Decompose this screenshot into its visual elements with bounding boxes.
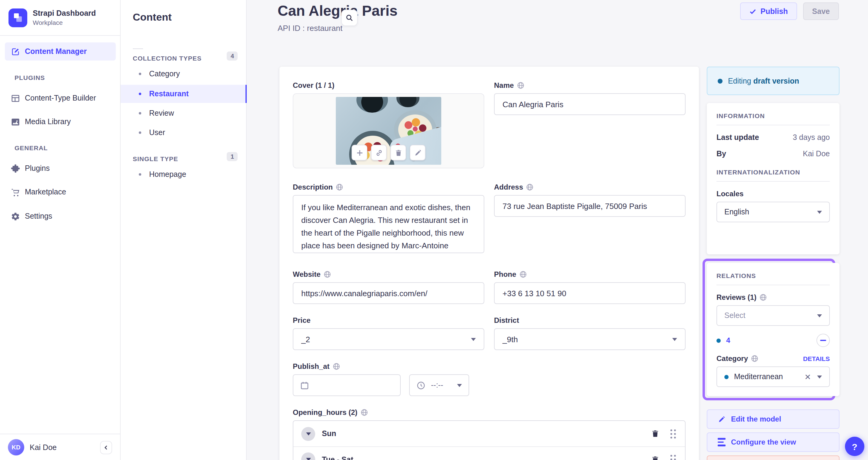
sidebar-item-label: Settings xyxy=(25,212,52,221)
globe-icon xyxy=(519,271,526,278)
sidebar-item-content-type-builder[interactable]: Content-Type Builder xyxy=(5,89,116,108)
subnav-title: Content xyxy=(133,11,172,24)
subnav-item-restaurant[interactable]: Restaurant xyxy=(121,85,247,103)
price-select[interactable]: _2 xyxy=(293,328,484,350)
category-header: Category DETAILS xyxy=(716,354,830,363)
chevron-down-icon xyxy=(306,458,311,460)
by-row: By Kai Doe xyxy=(716,150,830,158)
phone-input[interactable] xyxy=(494,282,686,304)
publish-at-time-input[interactable]: --:-- xyxy=(409,374,469,396)
cover-field[interactable] xyxy=(293,93,484,168)
subnav-item-homepage[interactable]: Homepage xyxy=(121,165,247,184)
details-link[interactable]: DETAILS xyxy=(803,355,830,362)
sidebar-item-label: Media Library xyxy=(25,118,71,126)
category-select[interactable]: Mediterranean ✕ xyxy=(716,366,830,387)
opening-hours-repeatable: Sun Tue - Sat xyxy=(293,420,686,460)
drag-handle-icon[interactable] xyxy=(671,429,672,431)
relation-link[interactable]: 4 xyxy=(726,336,730,344)
divider xyxy=(716,285,830,285)
minus-icon xyxy=(820,340,826,341)
cart-icon xyxy=(11,188,20,197)
sidebar-item-media-library[interactable]: Media Library xyxy=(5,112,116,131)
reviews-select[interactable]: Select xyxy=(716,305,830,326)
avatar[interactable]: KD xyxy=(8,439,24,456)
main-content: Can Alegria Paris API ID : restaurant Pu… xyxy=(247,0,868,460)
publish-at-date-input[interactable] xyxy=(293,374,401,396)
bullet-icon xyxy=(139,73,141,75)
edit-asset-button[interactable] xyxy=(410,145,426,161)
locale-select[interactable]: English xyxy=(716,202,830,222)
trash-icon xyxy=(394,149,402,157)
search-button[interactable] xyxy=(341,10,358,26)
nav-section-plugins: PLUGINS xyxy=(14,74,45,81)
sidebar-item-settings[interactable]: Settings xyxy=(5,206,116,226)
copy-link-button[interactable] xyxy=(371,145,387,161)
cover-label: Cover (1 / 1) xyxy=(293,81,484,90)
relations-panel: RELATIONS Reviews (1) Select 4 xyxy=(707,263,839,396)
clear-icon[interactable]: ✕ xyxy=(804,373,811,381)
workspace-switcher[interactable]: Strapi Dashboard Workplace xyxy=(0,0,120,36)
nav-section-general: GENERAL xyxy=(14,144,48,152)
chevron-down-icon xyxy=(471,338,476,341)
sidebar-item-content-manager[interactable]: Content Manager xyxy=(5,42,116,61)
bullet-icon xyxy=(139,93,141,95)
opening-hours-row-sun: Sun xyxy=(293,421,685,447)
expand-row-button[interactable] xyxy=(301,427,315,440)
clock-icon xyxy=(416,381,426,390)
delete-entry-button[interactable] xyxy=(707,456,839,460)
address-input[interactable] xyxy=(494,195,686,217)
drag-handle-icon[interactable] xyxy=(671,455,672,457)
chevron-down-icon xyxy=(306,432,311,435)
puzzle-icon xyxy=(11,164,20,173)
pen-icon xyxy=(11,47,20,56)
globe-icon xyxy=(336,184,343,191)
search-icon xyxy=(345,14,353,22)
check-icon xyxy=(749,7,756,15)
description-textarea[interactable]: If you like Mediterranean and exotic dis… xyxy=(293,195,484,253)
chevron-down-icon xyxy=(457,384,462,387)
delete-row-button[interactable] xyxy=(651,455,659,460)
district-select[interactable]: _9th xyxy=(494,328,686,350)
subnav-item-category[interactable]: Category xyxy=(121,65,247,83)
publish-button[interactable]: Publish xyxy=(740,2,797,20)
add-asset-button[interactable] xyxy=(351,145,367,161)
website-input[interactable] xyxy=(293,282,484,304)
sidebar-item-label: Content-Type Builder xyxy=(25,94,96,102)
api-id-subtitle: API ID : restaurant xyxy=(278,24,342,33)
time-placeholder: --:-- xyxy=(431,381,443,389)
collapse-sidebar-button[interactable] xyxy=(100,440,112,454)
configure-view-button[interactable]: Configure the view xyxy=(707,432,839,452)
publish-at-label: Publish_at xyxy=(293,362,686,371)
phone-label: Phone xyxy=(494,270,686,278)
cover-image xyxy=(336,97,441,165)
divider xyxy=(716,125,830,125)
expand-row-button[interactable] xyxy=(301,453,315,460)
subnav-item-user[interactable]: User xyxy=(121,124,247,142)
name-label: Name xyxy=(494,81,686,90)
help-button[interactable]: ? xyxy=(845,437,864,456)
trash-icon xyxy=(651,455,659,460)
strapi-logo-icon xyxy=(8,8,27,27)
subnav-item-label: Category xyxy=(149,70,180,78)
delete-asset-button[interactable] xyxy=(390,145,406,161)
chevron-down-icon xyxy=(817,210,822,213)
delete-row-button[interactable] xyxy=(651,429,659,438)
edit-model-button[interactable]: Edit the model xyxy=(707,409,839,429)
list-lines-icon xyxy=(718,438,725,447)
last-update-row: Last update 3 days ago xyxy=(716,133,830,142)
name-input[interactable] xyxy=(494,93,686,115)
remove-relation-button[interactable] xyxy=(816,334,830,347)
globe-icon xyxy=(760,294,767,301)
subnav-item-label: User xyxy=(149,128,165,137)
save-button[interactable]: Save xyxy=(803,2,839,20)
single-type-count-badge: 1 xyxy=(227,152,238,161)
sidebar-item-plugins[interactable]: Plugins xyxy=(5,159,116,178)
user-name: Kai Doe xyxy=(30,443,57,452)
pencil-icon xyxy=(414,149,422,157)
globe-icon xyxy=(751,355,758,362)
header-actions: Publish Save xyxy=(740,2,839,20)
subnav-item-review[interactable]: Review xyxy=(121,104,247,122)
status-dot-icon xyxy=(716,338,721,342)
sidebar-item-marketplace[interactable]: Marketplace xyxy=(5,182,116,202)
relations-heading: RELATIONS xyxy=(716,272,830,279)
